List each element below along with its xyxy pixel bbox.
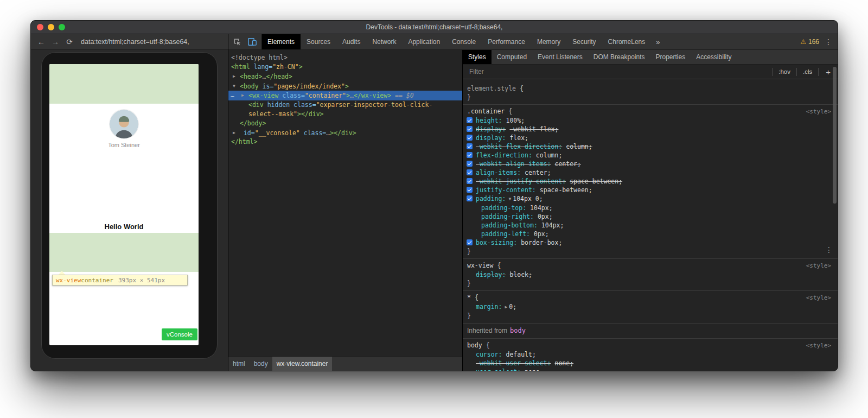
dom-tree[interactable]: <!doctype html> <html lang="zh-CN"> ▶<he…	[228, 50, 462, 356]
css-property[interactable]: box-sizing:border-box;	[463, 238, 838, 247]
css-property[interactable]: cursor:default;	[463, 350, 838, 359]
css-property[interactable]: display:block;	[463, 270, 838, 279]
minimize-window-button[interactable]	[48, 24, 54, 30]
vconsole-button[interactable]: vConsole	[162, 328, 197, 340]
tab-event-listeners[interactable]: Event Listeners	[532, 50, 588, 64]
pseudo-state-toggle[interactable]: :hov	[772, 68, 796, 76]
rule-selector[interactable]: body	[467, 341, 482, 350]
tab-styles[interactable]: Styles	[463, 50, 492, 64]
styles-scrollbar[interactable]	[833, 67, 837, 204]
dom-node-vconsole-div[interactable]: ▶ id="__vconsole" class=…></div>	[228, 128, 462, 138]
css-property[interactable]: -webkit-justify-content:space-between;	[463, 177, 838, 186]
console-warnings-badge[interactable]: ⚠166	[800, 38, 819, 46]
breadcrumb-html[interactable]: html	[228, 357, 250, 371]
styles-filter-input[interactable]	[463, 68, 772, 75]
dom-node-body-open[interactable]: ▼<body is="pages/index/index">	[228, 81, 462, 91]
property-checkbox[interactable]	[467, 143, 473, 149]
dom-node-html-close[interactable]: </html>	[228, 137, 462, 147]
css-property[interactable]: -webkit-align-items:center;	[463, 160, 838, 168]
css-property[interactable]: flex-direction:column;	[463, 151, 838, 160]
rule-selector[interactable]: .container	[467, 107, 505, 116]
rule-selector[interactable]: element.style	[467, 84, 516, 93]
style-origin-link[interactable]: <style>	[806, 107, 831, 116]
property-checkbox[interactable]	[467, 152, 473, 158]
tab-properties[interactable]: Properties	[650, 50, 691, 64]
css-longhand-property[interactable]: padding-left:0px;	[463, 230, 838, 238]
rule-selector[interactable]: wx-view	[467, 261, 493, 270]
breadcrumb-body[interactable]: body	[250, 357, 272, 371]
tab-memory[interactable]: Memory	[531, 34, 566, 49]
property-checkbox[interactable]	[467, 135, 473, 141]
more-tabs-icon[interactable]: »	[651, 34, 665, 49]
dom-node-doctype[interactable]: <!doctype html>	[228, 53, 462, 62]
rule-selector[interactable]: *	[467, 293, 471, 302]
node-options-icon[interactable]: …	[231, 91, 235, 100]
tab-network[interactable]: Network	[366, 34, 402, 49]
css-property[interactable]: display:-webkit-flex;	[463, 125, 838, 134]
tab-chromelens[interactable]: ChromeLens	[602, 34, 652, 49]
property-checkbox[interactable]	[467, 169, 473, 175]
dom-node-mask-div-line2[interactable]: select--mask"></div>	[228, 110, 462, 119]
property-checkbox[interactable]	[467, 195, 473, 201]
css-property[interactable]: height:100%;	[463, 116, 838, 125]
device-toolbar-icon[interactable]	[245, 35, 259, 49]
shorthand-collapse-icon[interactable]: ▼	[508, 197, 511, 201]
property-checkbox[interactable]	[467, 178, 473, 184]
collapse-arrow-icon[interactable]: ▼	[233, 81, 240, 91]
zoom-window-button[interactable]	[59, 24, 65, 30]
phone-screen[interactable]: Tom Steiner Hello World wx-viewcontainer…	[49, 64, 199, 345]
back-icon[interactable]: ←	[34, 37, 48, 46]
property-name: -webkit-justify-content:	[476, 178, 566, 185]
address-url[interactable]: data:text/html;charset=utf-8;base64,	[81, 38, 189, 46]
style-origin-link[interactable]: <style>	[806, 341, 831, 350]
css-property-shorthand[interactable]: margin:▶0;	[463, 302, 838, 312]
tab-elements[interactable]: Elements	[261, 34, 301, 49]
property-checkbox[interactable]	[467, 187, 473, 193]
css-property[interactable]: user-select:none;	[463, 368, 838, 371]
shorthand-expand-icon[interactable]: ▶	[505, 305, 507, 309]
style-origin-link[interactable]: <style>	[806, 262, 831, 270]
inspect-cursor-icon[interactable]	[230, 35, 245, 49]
dom-node-body-close[interactable]: </body>	[228, 119, 462, 128]
tab-dom-breakpoints[interactable]: DOM Breakpoints	[588, 50, 650, 64]
css-longhand-property[interactable]: padding-bottom:104px;	[463, 221, 838, 230]
class-toggle[interactable]: .cls	[796, 68, 818, 76]
rule-menu-icon[interactable]: ⋮	[825, 246, 833, 254]
window-titlebar[interactable]: DevTools - data:text/html;charset=utf-8;…	[31, 21, 838, 34]
dom-node-head[interactable]: ▶<head>…</head>	[228, 72, 462, 81]
property-checkbox[interactable]	[467, 117, 473, 123]
tab-console[interactable]: Console	[446, 34, 482, 49]
expand-arrow-icon[interactable]: ▶	[233, 128, 240, 137]
tab-sources[interactable]: Sources	[301, 34, 336, 49]
property-checkbox[interactable]	[467, 239, 473, 245]
devtools-menu-icon[interactable]: ⋮	[825, 37, 832, 46]
css-property[interactable]: display:flex;	[463, 134, 838, 142]
css-property[interactable]: -webkit-user-select:none;	[463, 359, 838, 368]
css-longhand-property[interactable]: padding-right:0px;	[463, 212, 838, 221]
tab-audits[interactable]: Audits	[336, 34, 366, 49]
tab-application[interactable]: Application	[402, 34, 446, 49]
expand-arrow-icon[interactable]: ▶	[241, 91, 248, 100]
css-property[interactable]: justify-content:space-between;	[463, 186, 838, 194]
dom-node-wx-view-selected[interactable]: …▶<wx-view class="container">…</wx-view>…	[228, 91, 462, 100]
inherited-node-link[interactable]: body	[510, 327, 526, 334]
breadcrumb-wx-view-container[interactable]: wx-view.container	[272, 357, 333, 371]
property-checkbox[interactable]	[467, 126, 473, 132]
tab-security[interactable]: Security	[566, 34, 602, 49]
close-window-button[interactable]	[37, 24, 43, 30]
css-property[interactable]: -webkit-flex-direction:column;	[463, 142, 838, 151]
css-property-shorthand[interactable]: padding:▼104px 0;	[463, 194, 838, 204]
css-property[interactable]: align-items:center;	[463, 168, 838, 177]
css-longhand-property[interactable]: padding-top:104px;	[463, 204, 838, 212]
tab-performance[interactable]: Performance	[482, 34, 531, 49]
tab-computed[interactable]: Computed	[492, 50, 532, 64]
dom-node-html-open[interactable]: <html lang="zh-CN">	[228, 62, 462, 72]
forward-icon[interactable]: →	[48, 37, 62, 46]
dom-node-mask-div-line1[interactable]: <div hidden class="exparser-inspector-to…	[228, 100, 462, 110]
style-origin-link[interactable]: <style>	[806, 294, 831, 302]
property-checkbox[interactable]	[467, 161, 473, 167]
reload-icon[interactable]: ⟳	[62, 37, 76, 46]
styles-content[interactable]: element.style{ } .container{<style> heig…	[463, 79, 838, 371]
tab-accessibility[interactable]: Accessibility	[691, 50, 737, 64]
expand-arrow-icon[interactable]: ▶	[233, 72, 240, 81]
